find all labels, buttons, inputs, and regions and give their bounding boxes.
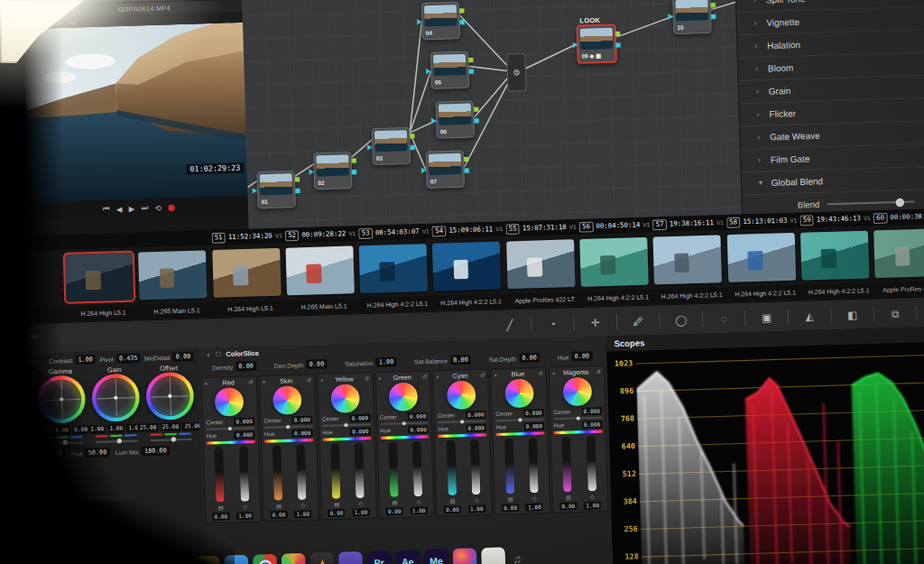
slice-hue-wheel[interactable] bbox=[215, 387, 245, 417]
hue-value[interactable]: 0.000 bbox=[523, 422, 544, 430]
eyedropper-icon[interactable]: 🖉 bbox=[625, 312, 651, 330]
slider-knob[interactable] bbox=[228, 426, 232, 430]
hue-gradient-strip[interactable] bbox=[380, 435, 429, 439]
center-value[interactable]: 0.000 bbox=[523, 409, 544, 417]
luminance-slider[interactable] bbox=[562, 437, 572, 492]
clip-thumbnail-54[interactable] bbox=[432, 242, 501, 291]
saturation-slider[interactable] bbox=[528, 438, 538, 493]
corrector-node-05[interactable]: 05 bbox=[430, 51, 469, 89]
center-value[interactable]: 0.000 bbox=[234, 418, 254, 426]
corrector-node-07[interactable]: 07 bbox=[426, 150, 465, 188]
slider-knob[interactable] bbox=[62, 440, 67, 445]
crosshair-icon[interactable]: ✛ bbox=[583, 314, 608, 332]
dock-photos-icon[interactable] bbox=[282, 553, 306, 564]
hue-value[interactable]: 0.000 bbox=[350, 428, 371, 436]
saturation-value[interactable]: 1.00 bbox=[526, 504, 543, 512]
slice-hue-wheel[interactable] bbox=[562, 377, 592, 407]
hue-gradient-strip[interactable] bbox=[207, 440, 255, 445]
minimize-window-icon[interactable] bbox=[34, 10, 39, 14]
primaries-param-value[interactable]: 50.00 bbox=[85, 448, 109, 458]
rgb-value[interactable]: 0.00 bbox=[18, 427, 35, 436]
hue-gradient-strip[interactable] bbox=[496, 431, 545, 436]
primaries-param-value[interactable]: 1.00 bbox=[75, 355, 96, 365]
hue-value[interactable]: 0.000 bbox=[292, 429, 313, 437]
hue-gradient-strip[interactable] bbox=[322, 437, 371, 441]
clip-number-badge[interactable]: 57 bbox=[652, 219, 667, 230]
clip-thumbnail-56[interactable] bbox=[579, 237, 648, 287]
clip-thumbnail-49[interactable] bbox=[65, 253, 134, 302]
corrector-node-06[interactable]: 06 bbox=[436, 100, 475, 138]
saturation-value[interactable]: 1.00 bbox=[584, 502, 601, 510]
clip-thumbnail-58[interactable] bbox=[726, 233, 795, 282]
dock-after-effects-icon[interactable]: Ae bbox=[395, 550, 420, 564]
dock-davinci-resolve-icon[interactable] bbox=[453, 548, 477, 564]
close-window-icon[interactable] bbox=[27, 10, 32, 14]
clip-number-badge[interactable]: 60 bbox=[873, 212, 888, 223]
clip-thumbnail-52[interactable] bbox=[285, 246, 354, 296]
colorslice-param-value[interactable]: 0.00 bbox=[306, 359, 327, 369]
master-wheel-slider[interactable] bbox=[42, 441, 83, 444]
slice-hue-wheel[interactable] bbox=[504, 379, 534, 409]
slider-knob[interactable] bbox=[116, 439, 121, 443]
hue-value[interactable]: 0.000 bbox=[466, 424, 486, 432]
clip-thumbnail-53[interactable] bbox=[359, 244, 428, 293]
rgb-value[interactable]: 1.00 bbox=[107, 424, 125, 433]
blend-slider-knob[interactable] bbox=[895, 198, 904, 207]
colorslice-param-value[interactable]: 0.00 bbox=[450, 355, 471, 365]
hue-value[interactable]: 0.000 bbox=[235, 430, 255, 439]
reset-icon[interactable]: ↺ bbox=[480, 372, 485, 379]
wheel-control[interactable] bbox=[36, 374, 85, 423]
saturation-value[interactable]: 1.00 bbox=[294, 510, 311, 518]
center-value[interactable]: 0.000 bbox=[581, 407, 602, 415]
rgb-value[interactable]: 25.00 bbox=[138, 423, 159, 432]
jump-first-icon[interactable]: ⏮ bbox=[103, 205, 110, 215]
corrector-node-04[interactable]: 04 bbox=[421, 2, 460, 40]
wheel-balance-dot[interactable] bbox=[59, 397, 62, 401]
hue-value[interactable]: 0.000 bbox=[582, 421, 603, 429]
luminance-value[interactable]: 0.00 bbox=[444, 505, 461, 513]
clip-number-badge[interactable]: 52 bbox=[285, 230, 300, 241]
dock-finder-icon[interactable] bbox=[196, 556, 220, 564]
step-forward-icon[interactable]: ⏭ bbox=[141, 203, 148, 213]
viewer-tool-chip[interactable] bbox=[69, 20, 78, 23]
center-value[interactable]: 0.000 bbox=[291, 416, 312, 424]
curves-icon[interactable]: ╱ bbox=[497, 316, 522, 334]
luminance-slider[interactable] bbox=[504, 439, 514, 494]
corrector-node-09[interactable]: LOOK09 ◈ ▦ bbox=[576, 23, 617, 64]
viewer-tool-chip[interactable] bbox=[31, 22, 44, 26]
hue-value[interactable]: 0.000 bbox=[408, 426, 429, 434]
wheel-balance-dot[interactable] bbox=[5, 399, 8, 402]
clip-number-badge[interactable]: 55 bbox=[505, 224, 520, 235]
slider-knob[interactable] bbox=[402, 421, 406, 425]
luminance-slider[interactable] bbox=[446, 440, 456, 495]
master-wheel-slider[interactable] bbox=[0, 443, 29, 446]
luminance-value[interactable]: 0.00 bbox=[328, 509, 346, 517]
clip-number-badge[interactable]: 53 bbox=[358, 227, 373, 238]
dock-media-encoder-icon[interactable]: Me bbox=[424, 549, 448, 564]
dock-notes-icon[interactable] bbox=[481, 547, 505, 564]
center-slider[interactable] bbox=[554, 417, 603, 421]
wheel-balance-dot[interactable] bbox=[114, 396, 117, 400]
clip-number-badge[interactable]: 59 bbox=[799, 215, 814, 226]
clip-number-badge[interactable]: 54 bbox=[432, 226, 447, 236]
slider-knob[interactable] bbox=[171, 437, 175, 441]
saturation-value[interactable]: 1.00 bbox=[236, 512, 254, 520]
primaries-param-value[interactable]: 100.00 bbox=[142, 446, 170, 456]
saturation-slider[interactable] bbox=[297, 445, 307, 500]
luminance-value[interactable]: 0.00 bbox=[212, 513, 229, 521]
center-value[interactable]: 0.000 bbox=[408, 412, 429, 421]
primaries-param-value[interactable]: 0.00 bbox=[172, 352, 193, 362]
saturation-value[interactable]: 1.00 bbox=[411, 506, 428, 514]
sizing-icon[interactable]: ⧉ bbox=[882, 305, 908, 323]
dock-app-store-icon[interactable] bbox=[224, 555, 248, 564]
center-slider[interactable] bbox=[380, 421, 429, 425]
step-back-icon[interactable]: ◀ bbox=[116, 205, 123, 214]
primaries-param-value[interactable]: 0.435 bbox=[116, 353, 141, 363]
corrector-node-01[interactable]: 01 bbox=[256, 171, 295, 208]
clip-thumbnail-59[interactable] bbox=[800, 231, 869, 281]
luminance-value[interactable]: 0.00 bbox=[386, 507, 403, 515]
rgb-value[interactable]: 1.00 bbox=[88, 425, 106, 434]
reset-icon[interactable]: ↺ bbox=[422, 374, 428, 381]
play-icon[interactable]: ▶ bbox=[129, 204, 135, 213]
clip-thumbnail-55[interactable] bbox=[506, 239, 575, 289]
